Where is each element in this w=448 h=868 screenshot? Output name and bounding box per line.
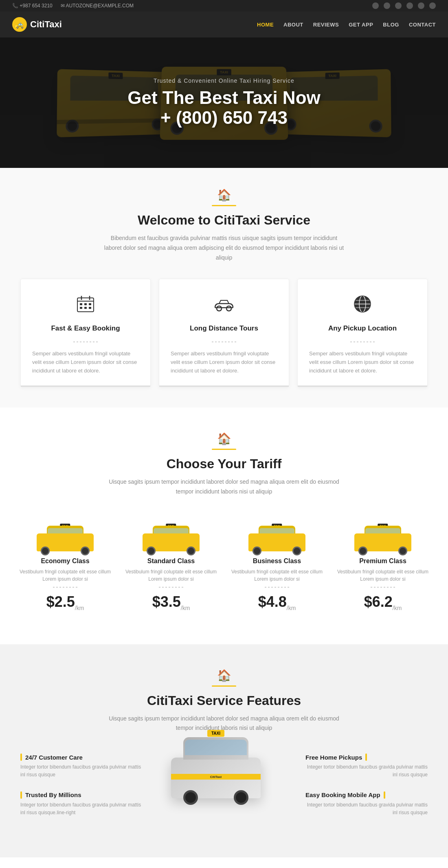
economy-desc: Vestibulum fringil coluptate elit esse c… [16,568,114,583]
home-pickups-desc: Integer tortor bibendum faucibus gravida… [305,763,428,779]
welcome-section: 🏠 Welcome to CitiTaxi Service Bibendum e… [0,168,448,408]
premium-price: $6.2/km [334,593,432,611]
tariff-business: TAXI Business Class Vestibulum fringil c… [224,513,330,619]
center-taxi-window [185,740,247,755]
feature-trusted: Trusted By Millions Integer tortor biben… [20,791,143,817]
tariff-section: 🏠 Choose Your Tariff Uisque sagits ipsum… [0,408,448,644]
center-car-container: TAXI CitiTaxi [171,749,277,831]
hero-phone: + (800) 650 743 [127,108,321,128]
phone-icon: 📞 [12,3,18,9]
tariff-divider [212,449,236,450]
yellow-bar-4 [384,791,385,799]
card-location-title: Any Pickup Location [309,324,416,333]
premium-desc: Vestibulum fringil coluptate elit esse c… [334,568,432,583]
standard-name: Standard Class [122,557,220,565]
home-pickups-title: Free Home Pickups [305,753,428,761]
yellow-bar-3 [365,753,367,761]
email-icon: ✉ [61,3,65,9]
google-plus-icon[interactable] [395,2,402,9]
facebook-icon[interactable] [372,2,379,9]
tours-icon [171,294,277,318]
svg-point-10 [217,306,222,311]
tariff-grid: TAXI Economy Class Vestibulum fringil co… [12,513,436,619]
card-tours-desc: Semper albers vestibulum fringil volupta… [171,350,277,375]
logo[interactable]: 🚕 CitiTaxi [12,17,62,32]
tariff-premium: TAXI Premium Class Vestibulum fringil co… [330,513,436,619]
svg-rect-8 [84,307,87,309]
phone-number: +987 654 3210 [20,3,52,9]
nav-reviews[interactable]: REVIEWS [313,22,339,28]
card-tours-rating [171,337,277,344]
center-taxi-sign: TAXI [207,730,224,737]
booking-icon [32,294,139,318]
business-car: TAXI [244,521,310,557]
hero-content: Trusted & Convenient Online Taxi Hiring … [127,77,321,128]
top-bar-left: 📞 +987 654 3210 ✉ AUTOZONE@EXAMPLE.COM [12,3,134,9]
svg-rect-9 [89,307,91,309]
welcome-section-icon: 🏠 [12,188,436,202]
nav-home[interactable]: HOME [257,22,274,28]
business-price: $4.8/km [228,593,326,611]
economy-dots [53,587,77,588]
mobile-app-title: Easy Booking Mobile App [305,791,428,799]
svg-rect-4 [80,303,82,305]
standard-desc: Vestibulum fringil coluptate elit esse c… [122,568,220,583]
features-section-icon: 🏠 [12,669,436,682]
features-house-icon: 🏠 [217,669,231,682]
linkedin-icon[interactable] [418,2,424,9]
card-location-desc: Semper albers vestibulum fringil volupta… [309,350,416,375]
svg-point-11 [226,306,231,311]
features-right-col: Free Home Pickups Integer tortor bibendu… [297,749,436,833]
premium-car: TAXI [350,521,415,557]
nav-contact[interactable]: CONTACT [409,22,436,28]
features-divider [212,685,236,687]
mobile-app-desc: Integer tortor bibendum faucibus gravida… [305,801,428,817]
hero-section: TAXI TAXI TAXI Trusted & Convenient Onli… [0,37,448,168]
business-name: Business Class [228,557,326,565]
nav-about[interactable]: ABOUT [283,22,303,28]
trusted-desc: Integer tortor bibendum faucibus gravida… [20,801,143,817]
welcome-desc: Bibendum est faucibus gravida pulvinar m… [102,234,346,262]
nav-blog[interactable]: BLOG [383,22,399,28]
location-icon [309,294,416,318]
card-tours: Long Distance Tours Semper albers vestib… [159,279,289,387]
email-address: AUTOZONE@EXAMPLE.COM [66,3,134,9]
logo-text: CitiTaxi [30,19,62,30]
feature-home-pickups: Free Home Pickups Integer tortor bibendu… [305,753,428,779]
standard-car: TAXI [138,521,204,557]
standard-dots [159,587,183,588]
customer-care-desc: Integer tortor bibendum faucibus gravida… [20,763,143,779]
features-section: 🏠 CitiTaxi Service Features Uisque sagit… [0,644,448,857]
features-layout: 24/7 Customer Care Integer tortor bibend… [12,749,436,833]
economy-name: Economy Class [16,557,114,565]
hero-title: Get The Best Taxi Now [127,88,321,108]
nav-get-app[interactable]: GET APP [349,22,373,28]
house-icon: 🏠 [217,188,231,202]
economy-price: $2.5/km [16,593,114,611]
premium-dots [371,587,395,588]
logo-icon: 🚕 [12,17,27,32]
economy-car: TAXI [33,521,98,557]
twitter-icon[interactable] [384,2,390,9]
features-left-col: 24/7 Customer Care Integer tortor bibend… [12,749,151,833]
card-location-rating [309,337,416,344]
card-tours-title: Long Distance Tours [171,324,277,333]
tariff-standard: TAXI Standard Class Vestibulum fringil c… [118,513,224,619]
pinterest-icon[interactable] [406,2,413,9]
top-bar: 📞 +987 654 3210 ✉ AUTOZONE@EXAMPLE.COM [0,0,448,11]
svg-rect-6 [89,303,91,305]
feature-customer-care: 24/7 Customer Care Integer tortor bibend… [20,753,143,779]
feature-cards: Fast & Easy Booking Semper albers vestib… [12,279,436,387]
tariff-title: Choose Your Tariff [12,456,436,471]
welcome-divider [212,205,236,206]
card-location: Any Pickup Location Semper albers vestib… [297,279,428,387]
tariff-desc: Uisque sagits ipsum tempor incididunt la… [102,477,346,497]
center-taxi-body: TAXI CitiTaxi [171,758,261,798]
header: 🚕 CitiTaxi HOME ABOUT REVIEWS GET APP BL… [0,11,448,37]
instagram-icon[interactable] [429,2,436,9]
tariff-house-icon: 🏠 [217,432,231,445]
features-center-car: TAXI CitiTaxi [151,749,297,831]
svg-rect-7 [80,307,82,309]
tariff-section-icon: 🏠 [12,432,436,445]
main-nav: HOME ABOUT REVIEWS GET APP BLOG CONTACT [257,22,436,28]
